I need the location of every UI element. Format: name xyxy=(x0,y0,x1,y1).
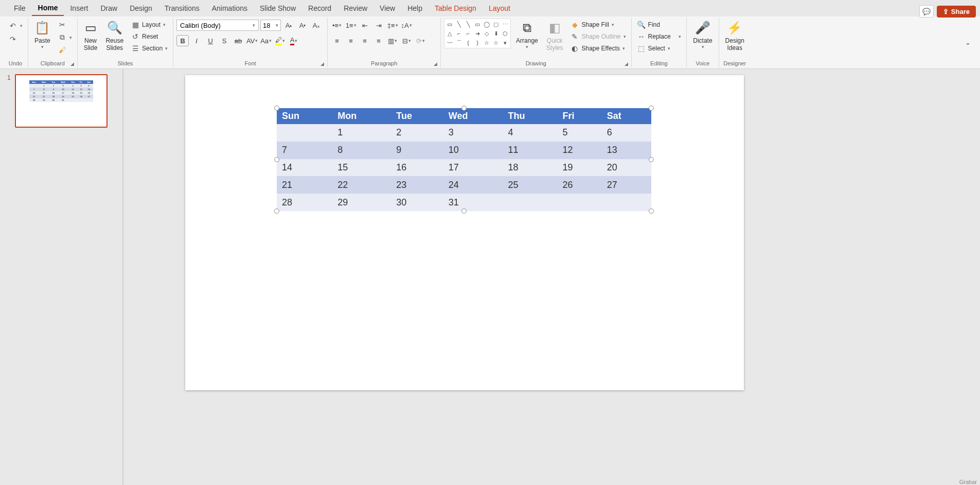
shadow-button[interactable]: ab xyxy=(232,35,244,46)
increase-indent-button[interactable]: ⇥ xyxy=(372,20,385,31)
table-cell[interactable]: 28 xyxy=(277,194,332,211)
table-header[interactable]: Mon xyxy=(332,108,391,124)
table-cell[interactable]: 14 xyxy=(277,159,332,177)
bold-button[interactable]: B xyxy=(176,35,189,46)
table-row[interactable]: 21222324252627 xyxy=(277,176,651,194)
tab-transitions[interactable]: Transitions xyxy=(158,1,206,15)
bullets-button[interactable]: •≡▾ xyxy=(331,20,343,31)
tab-file[interactable]: File xyxy=(8,1,32,15)
table-cell[interactable] xyxy=(277,124,332,142)
table-cell[interactable]: 5 xyxy=(558,124,602,142)
smartart-button[interactable]: ⟳▾ xyxy=(414,35,426,46)
table-cell[interactable]: 20 xyxy=(602,159,651,177)
clear-formatting-button[interactable]: Aₓ xyxy=(310,20,323,31)
table-header[interactable]: Sun xyxy=(277,108,332,124)
table-cell[interactable]: 31 xyxy=(443,194,503,211)
tab-design[interactable]: Design xyxy=(123,1,158,15)
tab-view[interactable]: View xyxy=(373,1,401,15)
table-cell[interactable]: 7 xyxy=(277,142,332,159)
replace-button[interactable]: ↔Replace ▾ xyxy=(635,31,684,42)
arrange-button[interactable]: ⧉Arrange▾ xyxy=(513,19,541,52)
paste-button[interactable]: 📋Paste▾ xyxy=(31,19,54,52)
tab-help[interactable]: Help xyxy=(401,1,429,15)
table-cell[interactable]: 8 xyxy=(332,142,391,159)
table-cell[interactable] xyxy=(602,194,651,211)
table-cell[interactable]: 19 xyxy=(558,159,602,177)
numbering-button[interactable]: 1≡▾ xyxy=(345,20,357,31)
calendar-table[interactable]: SunMonTueWedThuFriSat 123456789101112131… xyxy=(277,108,651,211)
table-selection[interactable]: SunMonTueWedThuFriSat 123456789101112131… xyxy=(277,108,651,211)
table-cell[interactable]: 1 xyxy=(332,124,391,142)
resize-handle-n[interactable] xyxy=(461,106,467,111)
table-cell[interactable]: 3 xyxy=(443,124,503,142)
slide-canvas-area[interactable]: SunMonTueWedThuFriSat 123456789101112131… xyxy=(123,69,980,485)
decrease-indent-button[interactable]: ⇤ xyxy=(359,20,371,31)
redo-button[interactable]: ↷ xyxy=(6,34,20,44)
tab-slideshow[interactable]: Slide Show xyxy=(254,1,302,15)
strike-button[interactable]: S xyxy=(218,35,230,46)
layout-button[interactable]: ▦Layout▾ xyxy=(129,20,170,30)
shape-effects-button[interactable]: ◐Shape Effects▾ xyxy=(568,43,628,54)
tab-layout[interactable]: Layout xyxy=(483,1,516,15)
section-button[interactable]: ☰Section▾ xyxy=(129,43,170,54)
table-header[interactable]: Wed xyxy=(443,108,503,124)
table-cell[interactable]: 24 xyxy=(443,176,503,194)
paragraph-launcher[interactable]: ◢ xyxy=(434,61,437,66)
format-painter-button[interactable]: 🖌 xyxy=(56,45,74,55)
table-cell[interactable]: 17 xyxy=(443,159,503,177)
table-cell[interactable]: 26 xyxy=(558,176,602,194)
find-button[interactable]: 🔍Find xyxy=(635,20,662,30)
copy-button[interactable]: ⧉▾ xyxy=(56,32,74,43)
highlight-button[interactable]: 🖊▾ xyxy=(274,35,286,46)
underline-button[interactable]: U xyxy=(204,35,217,46)
align-left-button[interactable]: ≡ xyxy=(331,35,343,46)
table-cell[interactable]: 23 xyxy=(391,176,443,194)
resize-handle-ne[interactable] xyxy=(649,106,654,111)
resize-handle-se[interactable] xyxy=(649,209,654,214)
line-spacing-button[interactable]: ‡≡▾ xyxy=(386,20,399,31)
tab-table-design[interactable]: Table Design xyxy=(429,1,483,15)
decrease-font-button[interactable]: A▾ xyxy=(296,20,309,31)
share-button[interactable]: ⇪Share xyxy=(937,6,976,18)
table-cell[interactable] xyxy=(503,194,557,211)
resize-handle-sw[interactable] xyxy=(274,209,279,214)
dictate-button[interactable]: 🎤Dictate▾ xyxy=(690,19,715,52)
char-spacing-button[interactable]: AV▾ xyxy=(246,35,258,46)
table-header[interactable]: Thu xyxy=(503,108,557,124)
table-cell[interactable]: 10 xyxy=(443,142,503,159)
resize-handle-w[interactable] xyxy=(274,157,279,162)
tab-record[interactable]: Record xyxy=(302,1,337,15)
table-cell[interactable]: 13 xyxy=(602,142,651,159)
table-cell[interactable]: 9 xyxy=(391,142,443,159)
shape-outline-button[interactable]: ✎Shape Outline▾ xyxy=(568,31,628,42)
table-cell[interactable]: 4 xyxy=(503,124,557,142)
reuse-slides-button[interactable]: 🔍Reuse Slides xyxy=(102,19,127,54)
table-cell[interactable]: 11 xyxy=(503,142,557,159)
table-cell[interactable]: 22 xyxy=(332,176,391,194)
resize-handle-nw[interactable] xyxy=(274,106,279,111)
table-row[interactable]: 14151617181920 xyxy=(277,159,651,177)
increase-font-button[interactable]: A▴ xyxy=(282,20,295,31)
table-cell[interactable]: 30 xyxy=(391,194,443,211)
font-launcher[interactable]: ◢ xyxy=(320,61,324,66)
table-cell[interactable]: 16 xyxy=(391,159,443,177)
collapse-ribbon-button[interactable]: ⌄ xyxy=(961,37,974,48)
drawing-launcher[interactable]: ◢ xyxy=(625,61,628,66)
table-cell[interactable]: 29 xyxy=(332,194,391,211)
align-center-button[interactable]: ≡ xyxy=(345,35,357,46)
comments-button[interactable]: 💬 xyxy=(919,5,934,18)
reset-button[interactable]: ↺Reset xyxy=(129,31,170,42)
table-cell[interactable]: 12 xyxy=(558,142,602,159)
italic-button[interactable]: I xyxy=(190,35,203,46)
shape-fill-button[interactable]: ◆Shape Fill▾ xyxy=(568,20,628,30)
change-case-button[interactable]: Aa▾ xyxy=(260,35,272,46)
table-header[interactable]: Fri xyxy=(558,108,602,124)
slide[interactable]: SunMonTueWedThuFriSat 123456789101112131… xyxy=(185,75,744,390)
table-cell[interactable]: 15 xyxy=(332,159,391,177)
align-text-button[interactable]: ⊟▾ xyxy=(400,35,413,46)
table-cell[interactable]: 21 xyxy=(277,176,332,194)
tab-review[interactable]: Review xyxy=(337,1,373,15)
quick-styles-button[interactable]: ◧Quick Styles xyxy=(543,19,566,54)
tab-home[interactable]: Home xyxy=(32,1,64,16)
select-button[interactable]: ⬚Select▾ xyxy=(635,43,672,54)
